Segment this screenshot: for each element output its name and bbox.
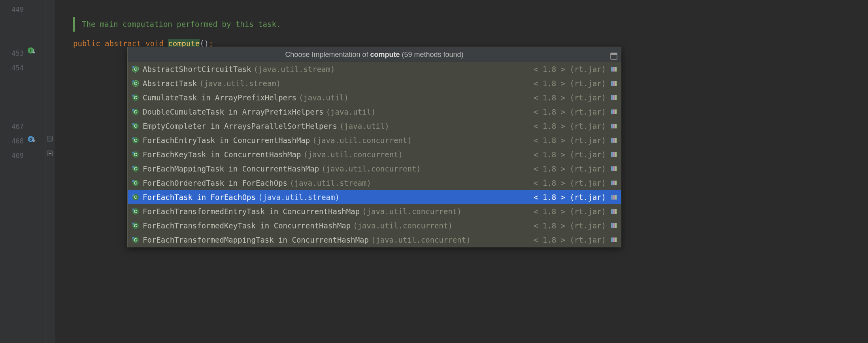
implementations-popup: Choose Implementation of compute (59 met… <box>127 47 621 247</box>
item-class-name: CumulateTask in ArrayPrefixHelpers <box>143 93 296 102</box>
svg-text:C: C <box>134 67 137 72</box>
svg-text:C: C <box>134 209 137 214</box>
library-icon <box>611 94 618 101</box>
line-number: 467 <box>0 119 24 134</box>
svg-rect-60 <box>613 181 615 185</box>
svg-rect-23 <box>611 95 613 100</box>
svg-text:C: C <box>134 195 137 200</box>
override-down-icon[interactable]: I <box>27 47 36 56</box>
item-package: (java.util.stream) <box>199 79 281 88</box>
svg-rect-18 <box>613 81 615 86</box>
svg-text:C: C <box>134 166 137 171</box>
library-icon <box>611 165 618 172</box>
item-class-name: ForEachTransformedMappingTask in Concurr… <box>143 236 369 244</box>
item-class-name: ForEachOrderedTask in ForEachOps <box>143 179 287 187</box>
item-class-name: DoubleCumulateTask in ArrayPrefixHelpers <box>143 107 324 116</box>
class-icon: C <box>132 136 140 144</box>
item-package: (java.util.stream) <box>290 179 371 187</box>
class-icon: C <box>132 207 140 215</box>
library-icon <box>611 236 618 243</box>
code-editor[interactable]: The main computation performed by this t… <box>55 0 868 343</box>
class-icon: C <box>132 236 140 244</box>
item-package: (java.util) <box>340 122 389 130</box>
override-down-icon[interactable]: o <box>27 135 36 145</box>
svg-rect-65 <box>611 195 613 200</box>
class-icon: C <box>132 65 140 73</box>
implementation-item[interactable]: C ForEachTransformedKeyTask in Concurren… <box>128 219 621 233</box>
item-location: < 1.8 > (rt.jar) <box>534 236 606 244</box>
javadoc-summary: The main computation performed by this t… <box>73 17 868 32</box>
svg-text:C: C <box>134 181 137 185</box>
svg-rect-48 <box>613 152 615 157</box>
keyword-public: public <box>73 39 100 48</box>
item-class-name: AbstractTask <box>143 79 197 88</box>
svg-point-52 <box>132 166 134 168</box>
item-package: (java.util.concurrent) <box>353 221 453 230</box>
class-icon: C <box>132 122 140 130</box>
svg-rect-66 <box>613 195 615 200</box>
svg-rect-43 <box>615 138 617 143</box>
implementation-item[interactable]: C DoubleCumulateTask in ArrayPrefixHelpe… <box>128 105 621 119</box>
svg-rect-47 <box>611 152 613 157</box>
popup-title-suffix: (59 methods found) <box>400 51 464 58</box>
class-icon: C <box>132 165 140 173</box>
library-icon <box>611 108 618 115</box>
svg-rect-61 <box>615 181 617 185</box>
item-package: (java.util.stream) <box>258 193 340 202</box>
item-package: (java.util) <box>326 107 376 116</box>
popup-list[interactable]: C AbstractShortCircuitTask (java.util.st… <box>128 62 621 247</box>
item-location: < 1.8 > (rt.jar) <box>534 221 606 230</box>
fold-marker-icon[interactable] <box>47 136 53 141</box>
svg-rect-17 <box>611 81 613 86</box>
implementation-item[interactable]: C ForEachEntryTask in ConcurrentHashMap … <box>128 133 621 147</box>
library-icon <box>611 222 618 229</box>
fold-marker-icon[interactable] <box>47 151 53 156</box>
item-location: < 1.8 > (rt.jar) <box>534 93 606 102</box>
item-package: (java.util.concurrent) <box>303 150 403 159</box>
svg-rect-11 <box>613 67 615 72</box>
svg-rect-31 <box>615 109 617 114</box>
svg-text:C: C <box>134 81 137 86</box>
item-package: (java.util.concurrent) <box>371 236 471 244</box>
implementation-item[interactable]: C ForEachOrderedTask in ForEachOps (java… <box>128 176 621 190</box>
implementation-item[interactable]: C AbstractTask (java.util.stream)< 1.8 >… <box>128 76 621 90</box>
item-package: (java.util.concurrent) <box>312 136 412 145</box>
class-icon: C <box>132 79 140 87</box>
svg-point-9 <box>132 66 134 68</box>
implementation-item[interactable]: C EmptyCompleter in ArraysParallelSortHe… <box>128 119 621 133</box>
svg-point-46 <box>132 152 134 154</box>
item-class-name: ForEachKeyTask in ConcurrentHashMap <box>143 150 301 159</box>
implementation-item[interactable]: C AbstractShortCircuitTask (java.util.st… <box>128 62 621 76</box>
svg-rect-78 <box>613 223 615 228</box>
implementation-item[interactable]: C ForEachKeyTask in ConcurrentHashMap (j… <box>128 147 621 162</box>
svg-rect-12 <box>615 67 617 72</box>
svg-rect-19 <box>615 81 617 86</box>
class-icon: C <box>132 151 140 158</box>
item-class-name: EmptyCompleter in ArraysParallelSortHelp… <box>143 122 337 130</box>
svg-text:C: C <box>134 109 137 114</box>
svg-rect-71 <box>611 209 613 214</box>
svg-rect-54 <box>613 166 615 171</box>
implementation-item[interactable]: C ForEachMappingTask in ConcurrentHashMa… <box>128 162 621 176</box>
line-number-blank <box>0 75 24 90</box>
implementation-item[interactable]: C CumulateTask in ArrayPrefixHelpers (ja… <box>128 90 621 105</box>
implementation-item[interactable]: C ForEachTransformedMappingTask in Concu… <box>128 233 621 247</box>
item-location: < 1.8 > (rt.jar) <box>534 179 606 187</box>
svg-rect-77 <box>611 223 613 228</box>
implementation-item[interactable]: C ForEachTask in ForEachOps (java.util.s… <box>128 190 621 204</box>
svg-rect-83 <box>611 237 613 242</box>
editor-scrollbar[interactable] <box>862 0 868 343</box>
svg-point-22 <box>132 95 134 97</box>
item-location: < 1.8 > (rt.jar) <box>534 136 606 145</box>
library-icon <box>611 179 618 187</box>
library-icon <box>611 137 618 144</box>
library-icon <box>611 194 618 201</box>
item-location: < 1.8 > (rt.jar) <box>534 193 606 202</box>
popup-expand-icon[interactable] <box>610 50 618 58</box>
svg-point-76 <box>132 223 134 225</box>
svg-point-34 <box>132 123 134 125</box>
line-number-blank <box>0 105 24 119</box>
svg-rect-55 <box>615 166 617 171</box>
svg-rect-84 <box>613 237 615 242</box>
implementation-item[interactable]: C ForEachTransformedEntryTask in Concurr… <box>128 204 621 219</box>
